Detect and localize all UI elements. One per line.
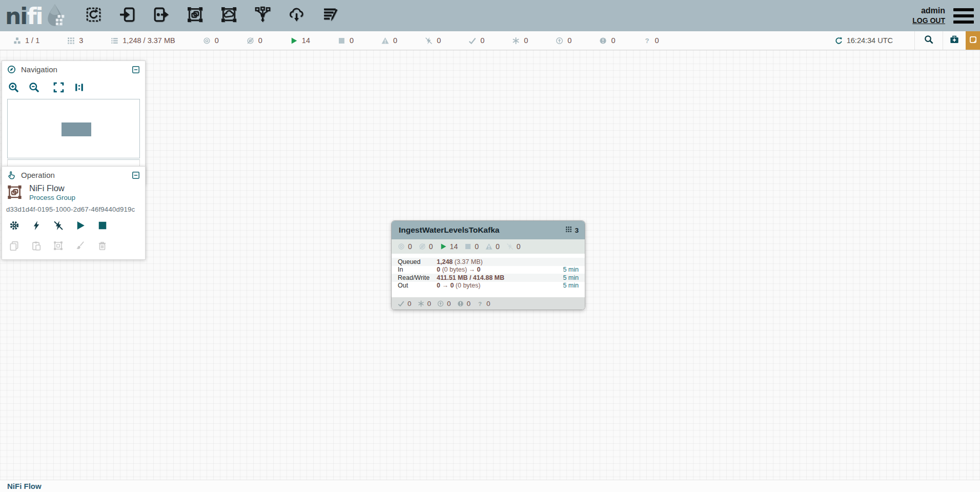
- remote-process-group-icon: [220, 6, 237, 25]
- asterisk-icon: [512, 37, 520, 45]
- pg-version-stale: 0: [437, 300, 451, 308]
- enable-button[interactable]: [31, 220, 42, 233]
- pg-status-transmitting: 0: [398, 242, 412, 251]
- component-remote-process-group-button[interactable]: [219, 6, 239, 26]
- status-bar-right: 16:24:34 UTC: [835, 31, 980, 50]
- lightning-slash-icon: [506, 243, 514, 250]
- minimap[interactable]: [7, 99, 140, 158]
- status-bar: 1 / 131,248 / 3.37 MB00140000000?0 16:24…: [0, 31, 980, 50]
- question-icon: ?: [643, 37, 651, 45]
- stat-row-read-write: Read/Write411.51 MB / 414.88 MB5 min: [392, 274, 585, 282]
- zoom-fit-button[interactable]: [53, 82, 64, 93]
- component-output-port-button[interactable]: [151, 6, 172, 26]
- navigation-panel-header[interactable]: Navigation: [2, 61, 145, 76]
- collapse-navigation-button[interactable]: [132, 66, 140, 74]
- status-transmitting: 0: [203, 36, 219, 45]
- component-toolbar: [84, 6, 341, 26]
- operation-buttons-primary: [6, 213, 140, 233]
- bulletin-drawer-button[interactable]: [966, 31, 980, 50]
- component-funnel-button[interactable]: [253, 6, 273, 26]
- zoom-actual-size-button[interactable]: [74, 82, 85, 93]
- label-icon: [322, 6, 339, 25]
- medkit-icon: [950, 35, 959, 46]
- hand-pointer-icon: [7, 171, 16, 179]
- status-locally-modified-stale: 0: [599, 36, 615, 45]
- group-button[interactable]: [53, 241, 63, 253]
- delete-button[interactable]: [97, 241, 107, 253]
- logo-text-fi: fi: [27, 3, 42, 29]
- svg-text:?: ?: [645, 37, 649, 45]
- group-icon: [53, 241, 63, 253]
- copy-button[interactable]: [9, 241, 19, 253]
- warning-icon: [381, 37, 389, 45]
- component-input-port-button[interactable]: [117, 6, 138, 26]
- pg-status-not-transmitting: 0: [419, 242, 433, 251]
- template-icon: [288, 6, 305, 25]
- queue-icon: [111, 37, 118, 45]
- operation-panel-header[interactable]: Operation: [2, 167, 145, 181]
- status-connected-nodes: 1 / 1: [13, 36, 39, 45]
- process-group-status-row: 0014000: [392, 239, 585, 254]
- refresh-icon: [835, 37, 843, 45]
- pg-status-disabled: 0: [506, 242, 521, 251]
- pg-status-invalid: 0: [485, 242, 500, 251]
- logout-link[interactable]: LOG OUT: [912, 16, 945, 25]
- refresh-status[interactable]: 16:24:34 UTC: [835, 31, 893, 50]
- flow-analysis-button[interactable]: [943, 31, 966, 50]
- selected-component-id: d33d1d4f-0195-1000-2d67-46f9440d919c: [6, 206, 140, 213]
- warning-icon: [485, 243, 493, 250]
- nifi-app: nifi admin LOG OUT 1 / 131,248 / 3.37 MB…: [0, 0, 980, 492]
- nifi-logo: nifi: [5, 3, 66, 29]
- component-label-button[interactable]: [320, 6, 341, 26]
- check-icon: [468, 37, 476, 45]
- stale-icon: [556, 37, 563, 45]
- breadcrumb-bar: NiFi Flow: [0, 480, 980, 492]
- paste-button[interactable]: [31, 241, 41, 253]
- pg-status-running: 14: [440, 242, 458, 251]
- collapse-operation-button[interactable]: [132, 171, 140, 179]
- funnel-icon: [254, 6, 271, 25]
- selected-component-type: Process Group: [29, 194, 75, 201]
- process-group-component[interactable]: IngestWaterLevelsToKafka 3 0014000 Queue…: [391, 220, 585, 310]
- status-active-threads: 3: [67, 36, 83, 45]
- change-color-button[interactable]: [75, 241, 85, 253]
- bullseye-slash-icon: [247, 37, 254, 45]
- process-group-version-row: 0000?0: [392, 297, 585, 310]
- compass-icon: [7, 65, 16, 74]
- status-up-to-date: 0: [468, 36, 484, 45]
- component-processor-button[interactable]: [84, 6, 104, 26]
- process-group-name: IngestWaterLevelsToKafka: [399, 225, 499, 235]
- global-menu-button[interactable]: [953, 8, 974, 24]
- status-sync-failure: ?0: [643, 36, 659, 45]
- status-running: 14: [290, 36, 310, 45]
- processor-icon: [85, 6, 102, 25]
- configure-button[interactable]: [9, 220, 19, 233]
- pg-version-sync-failure: ?0: [477, 300, 491, 308]
- zoom-in-button[interactable]: [8, 82, 19, 93]
- pg-version-locally-modified-stale: 0: [457, 300, 471, 308]
- search-button[interactable]: [915, 31, 943, 50]
- disable-button[interactable]: [53, 220, 64, 233]
- start-button[interactable]: [75, 220, 86, 233]
- stop-button[interactable]: [97, 220, 108, 233]
- component-process-group-button[interactable]: [185, 6, 206, 26]
- zoom-out-button[interactable]: [29, 82, 39, 93]
- bang-icon: [599, 37, 607, 45]
- breadcrumb[interactable]: NiFi Flow: [7, 482, 42, 490]
- top-toolbar: nifi admin LOG OUT: [0, 0, 980, 31]
- current-user: admin: [912, 6, 945, 15]
- threads-icon: [67, 37, 75, 45]
- question-icon: ?: [477, 300, 483, 307]
- process-group-icon: [6, 184, 23, 201]
- navigation-panel-title: Navigation: [21, 65, 57, 74]
- flow-canvas[interactable]: Navigation Operation NiFi Flow Pro: [0, 50, 980, 480]
- bang-icon: [457, 300, 464, 307]
- lightning-icon: [31, 220, 42, 233]
- pg-version-up-to-date: 0: [398, 300, 412, 308]
- component-template-button[interactable]: [287, 6, 307, 26]
- play-icon: [290, 37, 298, 45]
- input-port-icon: [119, 6, 136, 25]
- status-stale: 0: [556, 36, 571, 45]
- logo-text-ni: ni: [5, 3, 27, 29]
- process-group-header[interactable]: IngestWaterLevelsToKafka 3: [392, 221, 585, 239]
